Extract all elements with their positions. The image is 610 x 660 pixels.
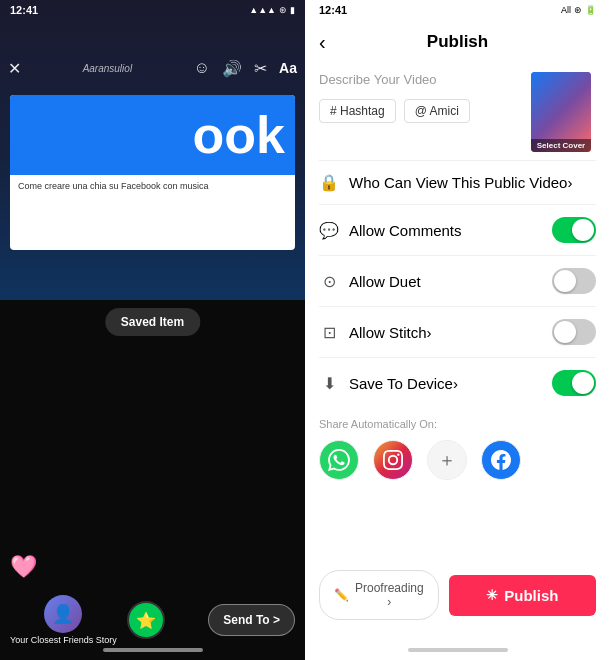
download-icon: ⬇: [319, 374, 339, 393]
hashtag-button[interactable]: # Hashtag: [319, 99, 396, 123]
left-status-icons: ▲▲▲ ⊛ ▮: [249, 5, 295, 15]
left-time: 12:41: [10, 4, 38, 16]
duet-icon: ⊙: [319, 272, 339, 291]
toggle-thumb: [572, 219, 594, 241]
left-toolbar: ✕ Aaransuliol ☺ 🔊 ✂ Aa: [0, 50, 305, 86]
watermark-text: Aaransuliol: [33, 63, 182, 74]
facebook-card-text: Come creare una chia su Facebook con mus…: [10, 175, 295, 199]
allow-duet-toggle[interactable]: [552, 268, 596, 294]
instagram-icon[interactable]: [373, 440, 413, 480]
description-input-area: Describe Your Video # Hashtag @ Amici: [319, 72, 521, 152]
allow-duet-label: Allow Duet: [349, 273, 542, 290]
lock-icon: 🔒: [319, 173, 339, 192]
publish-button[interactable]: ✳ Publish: [449, 575, 596, 616]
allow-comments-toggle[interactable]: [552, 217, 596, 243]
share-section: Share Automatically On: ＋: [305, 408, 610, 486]
back-button[interactable]: ‹: [319, 31, 326, 54]
battery-icon: ▮: [290, 5, 295, 15]
share-icons-row: ＋: [319, 440, 596, 480]
home-bar: [408, 648, 508, 652]
allow-stitch-row[interactable]: ⊡ Allow Stitch›: [305, 307, 610, 357]
right-status-icons: All ⊛ 🔋: [561, 5, 596, 15]
left-bottom-bar: 👤 Your Closest Friends Story ⭐ Send To >: [0, 580, 305, 660]
allow-duet-row: ⊙ Allow Duet: [305, 256, 610, 306]
right-panel: 12:41 All ⊛ 🔋 ‹ Publish Describe Your Vi…: [305, 0, 610, 660]
description-placeholder[interactable]: Describe Your Video: [319, 72, 521, 87]
description-area: Describe Your Video # Hashtag @ Amici Se…: [305, 64, 610, 160]
battery-icon-right: 🔋: [585, 5, 596, 15]
save-to-device-toggle[interactable]: [552, 370, 596, 396]
avatar-friends-stack: 👤 Your Closest Friends Story: [10, 595, 117, 645]
who-can-view-label: Who Can View This Public Video›: [349, 174, 596, 191]
right-header: ‹ Publish: [305, 20, 610, 64]
stitch-icon: ⊡: [319, 323, 339, 342]
add-share-icon[interactable]: ＋: [427, 440, 467, 480]
cover-thumbnail-wrapper: Select Cover: [531, 72, 596, 152]
proofread-button[interactable]: ✏️ Proofreading ›: [319, 570, 439, 620]
toggle-thumb-stitch: [554, 321, 576, 343]
avatar-user: 👤: [44, 595, 82, 633]
toggle-thumb-save: [572, 372, 594, 394]
publish-label: Publish: [504, 587, 558, 604]
save-to-device-label: Save To Device›: [349, 375, 542, 392]
facebook-share-icon[interactable]: [481, 440, 521, 480]
avatar-green: ⭐: [127, 601, 165, 639]
right-time: 12:41: [319, 4, 347, 16]
proofread-label: Proofreading ›: [355, 581, 424, 609]
facebook-logo: ook: [10, 95, 295, 175]
scissor-icon[interactable]: ✂: [254, 59, 267, 78]
toggle-thumb-duet: [554, 270, 576, 292]
cover-label: Select Cover: [531, 139, 591, 152]
saved-toast: Saved Item: [105, 308, 200, 336]
left-panel: ook Come creare una chia su Facebook con…: [0, 0, 305, 660]
text-icon[interactable]: Aa: [279, 60, 297, 76]
effects-icon[interactable]: ☺: [194, 59, 210, 77]
bottom-action-bar: ✏️ Proofreading › ✳ Publish: [305, 560, 610, 640]
send-to-button[interactable]: Send To >: [208, 604, 295, 636]
amici-button[interactable]: @ Amici: [404, 99, 470, 123]
comment-icon: 💬: [319, 221, 339, 240]
wifi-icon: ⊛: [279, 5, 287, 15]
save-to-device-row[interactable]: ⬇ Save To Device›: [305, 358, 610, 408]
share-title: Share Automatically On:: [319, 418, 596, 430]
home-indicator-right: [305, 640, 610, 660]
allow-comments-row: 💬 Allow Comments: [305, 205, 610, 255]
left-status-bar: 12:41 ▲▲▲ ⊛ ▮: [0, 0, 305, 20]
right-status-bar: 12:41 All ⊛ 🔋: [305, 0, 610, 20]
cover-thumbnail[interactable]: Select Cover: [531, 72, 591, 152]
allow-stitch-toggle[interactable]: [552, 319, 596, 345]
proofread-icon: ✏️: [334, 588, 349, 602]
tag-row: # Hashtag @ Amici: [319, 99, 521, 123]
all-label: All: [561, 5, 571, 15]
who-can-view-row[interactable]: 🔒 Who Can View This Public Video›: [305, 161, 610, 204]
close-icon[interactable]: ✕: [8, 59, 21, 78]
allow-comments-label: Allow Comments: [349, 222, 542, 239]
whatsapp-icon[interactable]: [319, 440, 359, 480]
publish-star-icon: ✳: [486, 587, 498, 603]
signal-icon: ▲▲▲: [249, 5, 276, 15]
facebook-card: ook Come creare una chia su Facebook con…: [10, 95, 295, 250]
page-title: Publish: [427, 32, 488, 52]
volume-icon[interactable]: 🔊: [222, 59, 242, 78]
allow-stitch-label: Allow Stitch›: [349, 324, 542, 341]
wifi-icon-right: ⊛: [574, 5, 582, 15]
confetti-decoration: 🩷: [10, 554, 37, 580]
friends-story-label: Your Closest Friends Story: [10, 635, 117, 645]
